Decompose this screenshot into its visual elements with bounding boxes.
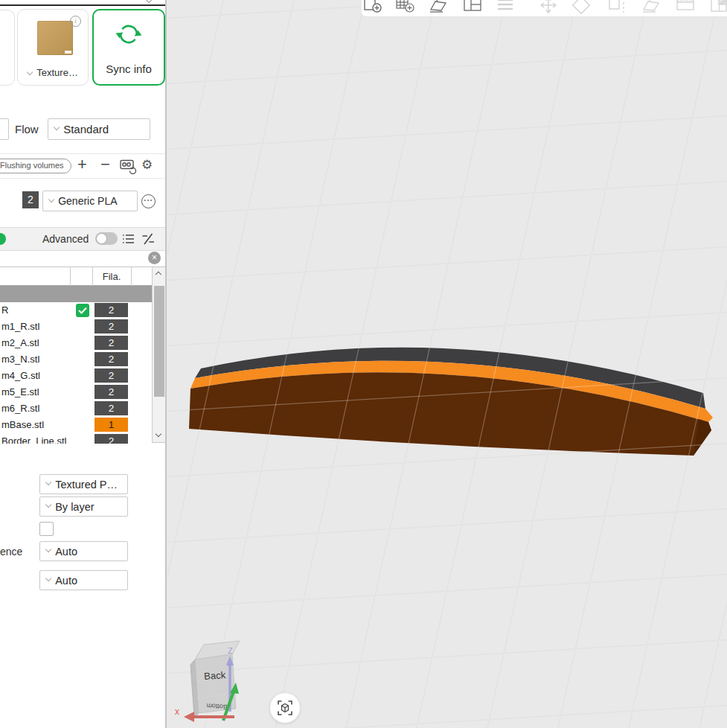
filament-badge[interactable]: 1 [95, 418, 128, 432]
collapse-chevron-icon[interactable] [146, 0, 153, 3]
object-rows: R2m1_R.stl2m2_A.stl2m3_N.stl2m4_G.stl2m5… [0, 286, 152, 444]
filament-index-badge[interactable]: 2 [22, 191, 39, 208]
table-row[interactable]: m3_N.stl2 [0, 351, 152, 368]
tune-icon[interactable] [141, 233, 155, 245]
chevron-down-icon [45, 546, 52, 553]
cube-back-label[interactable]: Back [204, 669, 226, 682]
chevron-down-icon [27, 69, 33, 76]
add-filament-button[interactable]: + [77, 156, 87, 173]
sync-info-button[interactable]: Sync info [92, 9, 165, 86]
filament-badge[interactable]: 2 [95, 401, 128, 415]
list-view-icon[interactable] [122, 233, 135, 245]
object-name: m4_G.stl [1, 368, 40, 384]
object-name: R [1, 302, 8, 319]
fit-view-button[interactable] [270, 693, 300, 723]
object-name: m2_A.stl [1, 335, 39, 351]
nav-cube-layer: Back Bottom Z x [167, 0, 727, 728]
left-panel: i Texture… Sync info Flow Standard Flush… [0, 0, 167, 728]
table-row[interactable]: m2_A.stl2 [0, 335, 152, 351]
z-axis-label: Z [228, 646, 233, 655]
close-icon[interactable]: × [148, 252, 161, 264]
objects-table-header: Fila. [0, 267, 152, 286]
option-checkbox[interactable] [39, 522, 54, 536]
scrollbar-thumb[interactable] [154, 286, 164, 397]
object-name: m3_N.stl [1, 351, 39, 368]
object-name: m5_E.stl [1, 384, 39, 400]
object-name: m1_R.stl [1, 319, 39, 335]
table-scrollbar[interactable] [152, 267, 165, 442]
info-icon[interactable]: i [70, 16, 81, 27]
filament-badge[interactable]: 2 [95, 434, 128, 444]
table-row[interactable]: m4_G.stl2 [0, 368, 152, 384]
filament-badge[interactable]: 2 [95, 385, 128, 399]
table-row[interactable]: m6_R.stl2 [0, 400, 152, 417]
filament-more-button[interactable]: ··· [141, 194, 156, 208]
flushing-volumes-button[interactable]: Flushing volumes [0, 159, 71, 173]
filament-badge[interactable]: 2 [95, 336, 128, 350]
table-row[interactable] [0, 286, 152, 302]
plate-sticker [65, 51, 71, 54]
filament-badge[interactable]: 2 [95, 368, 128, 383]
partial-input[interactable] [0, 118, 9, 140]
auto-select[interactable]: Auto [39, 570, 128, 590]
nav-cube[interactable]: Back Bottom Z x [175, 641, 240, 722]
flushing-row: Flushing volumes + − ⚙ [0, 153, 165, 179]
chevron-down-icon [54, 124, 60, 131]
advanced-label: Advanced [42, 233, 89, 245]
column-divider [70, 267, 71, 286]
viewport-3d[interactable]: Back Bottom Z x [167, 0, 727, 728]
gear-icon[interactable]: ⚙ [141, 157, 153, 173]
column-divider [131, 267, 132, 286]
chevron-down-icon [45, 502, 52, 508]
sequence-select[interactable]: Auto [39, 541, 128, 561]
filament-badge[interactable]: 2 [95, 352, 128, 366]
checkbox-checked[interactable] [76, 304, 89, 317]
object-name: mBase.stl [1, 417, 44, 433]
filament-badge[interactable]: 2 [95, 319, 128, 333]
scroll-up-icon[interactable] [156, 272, 161, 278]
object-name: m6_R.stl [1, 400, 39, 417]
printer-card-partial[interactable] [0, 10, 15, 86]
filament-badge[interactable]: 2 [95, 303, 128, 317]
scroll-down-icon[interactable] [156, 431, 161, 437]
filament-column-header: Fila. [92, 267, 131, 286]
table-row[interactable]: Border_Line.stl2 [0, 433, 152, 444]
chevron-down-icon [45, 479, 52, 486]
advanced-bar: Advanced [0, 227, 165, 251]
plate-type-card[interactable]: i Texture… [17, 9, 89, 86]
cube-bottom-label[interactable]: Bottom [206, 702, 228, 711]
plate-type-label[interactable]: Texture… [18, 67, 88, 78]
panel-top-divider [0, 4, 165, 6]
remove-filament-button[interactable]: − [100, 156, 110, 173]
chevron-down-icon [48, 197, 55, 203]
ams-sync-icon[interactable] [119, 158, 137, 174]
object-name: Border_Line.stl [1, 433, 66, 444]
table-row[interactable]: m5_E.stl2 [0, 384, 152, 400]
chevron-down-icon [45, 575, 52, 582]
sync-icon [112, 21, 145, 49]
table-row[interactable]: mBase.stl1 [0, 417, 152, 433]
objects-table: Fila. R2m1_R.stl2m2_A.stl2m3_N.stl2m4_G.… [0, 266, 165, 443]
flow-select[interactable]: Standard [48, 118, 150, 140]
fit-view-cube-icon [277, 700, 293, 716]
status-dot [0, 233, 6, 245]
filament-select[interactable]: Generic PLA [42, 191, 138, 211]
flow-label: Flow [15, 123, 39, 135]
table-row[interactable]: m1_R.stl2 [0, 319, 152, 335]
sync-info-label: Sync info [94, 63, 164, 75]
x-axis-label: x [175, 706, 179, 717]
toggle-knob [97, 234, 106, 243]
textured-plate-thumbnail [37, 21, 73, 55]
advanced-toggle[interactable] [95, 232, 118, 245]
color-mode-select[interactable]: By layer [39, 496, 128, 517]
plate-type-select[interactable]: Textured P… [39, 474, 128, 494]
table-row[interactable]: R2 [0, 302, 152, 319]
sequence-label: ence [0, 546, 22, 558]
